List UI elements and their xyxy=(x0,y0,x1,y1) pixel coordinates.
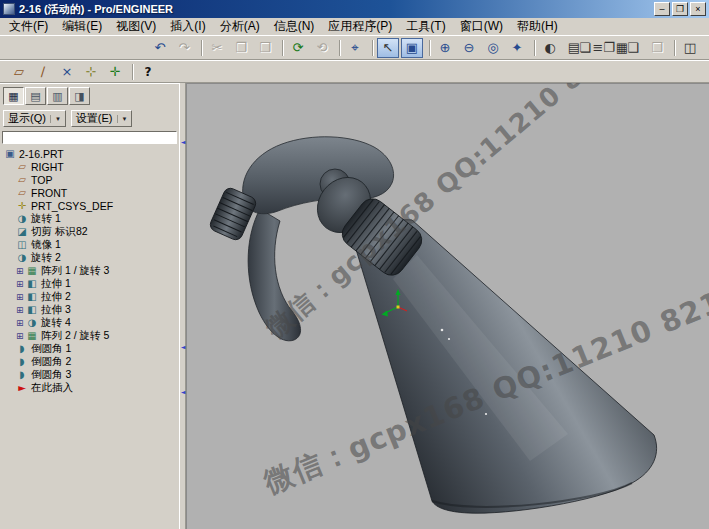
settings-dropdown-label: 设置(E) xyxy=(76,111,113,126)
menu-item[interactable]: 帮助(H) xyxy=(510,17,565,36)
copy-icon[interactable]: ❐ xyxy=(230,38,252,58)
tree-item-label: 旋转 4 xyxy=(41,316,71,330)
tree-item[interactable]: ⊞ ▦ 阵列 1 / 旋转 3 xyxy=(4,264,179,277)
model-tree: ▣ 2-16.PRT ▱ RIGHT ▱ TOP ▱ xyxy=(0,145,179,394)
redo-icon[interactable]: ↷ xyxy=(173,38,195,58)
tree-item[interactable]: ▱ RIGHT xyxy=(4,160,179,173)
shade-icon[interactable]: ◐ xyxy=(539,38,561,58)
expander-icon[interactable]: ⊞ xyxy=(16,266,26,276)
tab-favorites[interactable]: ▥ xyxy=(47,87,68,105)
navigator-tabs: ▦▤▥◨ xyxy=(0,84,179,107)
tree-item[interactable]: ◑ 旋转 1 xyxy=(4,212,179,225)
tree-item[interactable]: ⊞ ◑ 旋转 4 xyxy=(4,316,179,329)
tab-model-tree[interactable]: ▦ xyxy=(3,87,24,105)
navigator-panel: ▦▤▥◨ 显示(Q) ▼ 设置(E) ▼ ▣ 2-16.PRT xyxy=(0,83,179,529)
undo-icon[interactable]: ↶ xyxy=(149,38,171,58)
expander-icon[interactable]: ⊞ xyxy=(16,279,26,289)
context-help-icon[interactable]: ? xyxy=(137,62,159,82)
dropdown-arrow-icon: ▼ xyxy=(117,115,128,123)
expander-icon[interactable]: ⊞ xyxy=(16,318,26,328)
menu-item[interactable]: 编辑(E) xyxy=(55,17,109,36)
regen-manager-icon[interactable]: ⟲ xyxy=(311,38,333,58)
menu-bar: 文件(F)编辑(E)视图(V)插入(I)分析(A)信息(N)应用程序(P)工具(… xyxy=(0,18,709,35)
tree-item[interactable]: ⊞ ▦ 阵列 2 / 旋转 5 xyxy=(4,329,179,342)
menu-item[interactable]: 工具(T) xyxy=(399,17,452,36)
tree-item-label: 拉伸 1 xyxy=(41,277,71,291)
expander-icon[interactable]: ⊞ xyxy=(16,292,26,302)
window-icon-4[interactable]: ❒ xyxy=(646,38,668,58)
tree-controls: 显示(Q) ▼ 设置(E) ▼ xyxy=(0,107,179,128)
tree-item-label: 旋转 2 xyxy=(31,251,61,265)
minimize-button[interactable]: – xyxy=(654,2,670,16)
part-icon: ▣ xyxy=(4,148,16,159)
spray-bottle-3d-model xyxy=(186,83,709,529)
tab-connections[interactable]: ◨ xyxy=(69,87,90,105)
menu-item[interactable]: 视图(V) xyxy=(109,17,163,36)
tab-folder-browser[interactable]: ▤ xyxy=(25,87,46,105)
datum-plane-icon: ▱ xyxy=(16,174,28,185)
zoom-in-icon[interactable]: ⊕ xyxy=(434,38,456,58)
datum-plane-toggle-icon[interactable]: ▱ xyxy=(8,62,30,82)
round-icon: ◗ xyxy=(16,356,28,367)
repaint-icon[interactable]: ✦ xyxy=(506,38,528,58)
tree-item[interactable]: ▱ FRONT xyxy=(4,186,179,199)
maximize-button[interactable]: ❐ xyxy=(672,2,688,16)
revolve-icon: ◑ xyxy=(16,213,28,224)
extrude-icon: ◧ xyxy=(26,291,38,302)
regenerate-icon[interactable]: ⟳ xyxy=(287,38,309,58)
tree-item-label: TOP xyxy=(31,174,52,186)
window-icon-2[interactable]: ❐ xyxy=(598,38,620,58)
tree-item[interactable]: ▣ 2-16.PRT xyxy=(4,147,179,160)
select-arrow-icon[interactable]: ↖ xyxy=(377,38,399,58)
tree-item-label: FRONT xyxy=(31,187,67,199)
menu-item[interactable]: 应用程序(P) xyxy=(321,17,399,36)
expander-icon[interactable]: ⊞ xyxy=(16,305,26,315)
extrude-icon: ◧ xyxy=(26,278,38,289)
dropdown-arrow-icon: ▼ xyxy=(50,115,61,123)
smart-filter-icon[interactable]: ▣ xyxy=(401,38,423,58)
panel-splitter[interactable]: ◄ ◄ ◄ xyxy=(179,83,186,529)
round-icon: ◗ xyxy=(16,369,28,380)
close-button[interactable]: × xyxy=(690,2,706,16)
window-icon-3[interactable]: ❑ xyxy=(622,38,644,58)
settings-dropdown-button[interactable]: 设置(E) ▼ xyxy=(71,110,133,127)
tree-item[interactable]: ⊞ ◧ 拉伸 1 xyxy=(4,277,179,290)
menu-item[interactable]: 窗口(W) xyxy=(453,17,510,36)
tree-item[interactable]: ◫ 镜像 1 xyxy=(4,238,179,251)
window-icon-1[interactable]: ❏ xyxy=(574,38,596,58)
show-dropdown-button[interactable]: 显示(Q) ▼ xyxy=(3,110,66,127)
zoom-out-icon[interactable]: ⊖ xyxy=(458,38,480,58)
tree-item[interactable]: ⊞ ◧ 拉伸 2 xyxy=(4,290,179,303)
tree-item[interactable]: ► 在此插入 xyxy=(4,381,179,394)
window-controls: – ❐ × xyxy=(654,2,706,16)
menu-item[interactable]: 插入(I) xyxy=(163,17,212,36)
tree-item[interactable]: ◗ 倒圆角 3 xyxy=(4,368,179,381)
expander-icon[interactable]: ⊞ xyxy=(16,331,26,341)
search-icon[interactable]: ⌖ xyxy=(344,38,366,58)
paste-icon[interactable]: ❒ xyxy=(254,38,276,58)
tree-item[interactable]: ✛ PRT_CSYS_DEF xyxy=(4,199,179,212)
tree-item[interactable]: ◑ 旋转 2 xyxy=(4,251,179,264)
show-dropdown-label: 显示(Q) xyxy=(8,111,46,126)
menu-item[interactable]: 信息(N) xyxy=(267,17,322,36)
toolbar-main: ❏❐❑❒◫⊞ ↶↷✂❐❒⟳⟲⌖↖▣⊕⊖◎✦◐▤≡▦ xyxy=(0,35,709,60)
refit-icon[interactable]: ◎ xyxy=(482,38,504,58)
graphics-area[interactable]: 微信：gcpx168 QQ:11210 82190 微信：gcpx168 QQ:… xyxy=(186,83,709,529)
window-icon-5[interactable]: ◫ xyxy=(679,38,701,58)
datum-axis-toggle-icon[interactable]: ∕ xyxy=(32,62,54,82)
tree-item[interactable]: ◗ 倒圆角 1 xyxy=(4,342,179,355)
datum-point-toggle-icon[interactable]: × xyxy=(56,62,78,82)
spin-center-toggle-icon[interactable]: ✛ xyxy=(104,62,126,82)
tree-item[interactable]: ◗ 倒圆角 2 xyxy=(4,355,179,368)
window-icon-6[interactable]: ⊞ xyxy=(703,38,709,58)
menu-item[interactable]: 文件(F) xyxy=(2,17,55,36)
tree-item-label: 阵列 1 / 旋转 3 xyxy=(41,264,109,278)
tree-item[interactable]: ◪ 切剪 标识82 xyxy=(4,225,179,238)
menu-item[interactable]: 分析(A) xyxy=(213,17,267,36)
datum-plane-icon: ▱ xyxy=(16,161,28,172)
csys-icon: ✛ xyxy=(16,200,28,211)
tree-item[interactable]: ▱ TOP xyxy=(4,173,179,186)
csys-toggle-icon[interactable]: ⊹ xyxy=(80,62,102,82)
tree-item[interactable]: ⊞ ◧ 拉伸 3 xyxy=(4,303,179,316)
cut-icon[interactable]: ✂ xyxy=(206,38,228,58)
